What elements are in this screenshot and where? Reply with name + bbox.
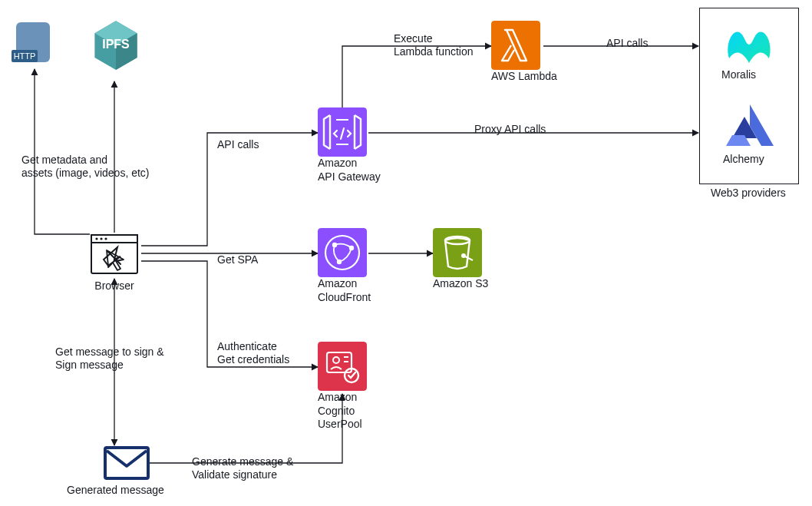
lambda-label: AWS Lambda	[491, 70, 557, 84]
svg-rect-24	[318, 342, 367, 391]
edge-label-api-calls: API calls	[217, 138, 259, 151]
moralis-icon: Moralis	[721, 20, 777, 82]
http-icon: HTTP	[12, 19, 61, 68]
generated-message-icon: Generated message	[90, 445, 164, 498]
edge-label-execute-lambda: Execute Lambda function	[394, 32, 474, 58]
svg-text:HTTP: HTTP	[14, 51, 36, 61]
alchemy-label: Alchemy	[723, 153, 777, 167]
edge-label-generate-validate: Generate message & Validate signature	[192, 455, 293, 481]
svg-rect-30	[105, 448, 148, 478]
ipfs-text: IPFS	[102, 38, 129, 51]
api-gateway-icon: Amazon API Gateway	[318, 107, 381, 184]
lambda-icon: AWS Lambda	[491, 21, 557, 84]
svg-point-9	[100, 237, 102, 240]
edge-label-proxy-api-calls: Proxy API calls	[474, 123, 546, 136]
edge-label-authenticate: Authenticate Get credentials	[217, 340, 289, 366]
browser-icon: Browser	[90, 230, 139, 293]
edge-label-lambda-api-calls: API calls	[606, 37, 648, 50]
cloudfront-icon: Amazon CloudFront	[318, 228, 371, 304]
diagram-canvas: { "nodes": { "http": { "label": "" }, "i…	[0, 0, 812, 506]
svg-rect-7	[91, 235, 137, 243]
s3-label: Amazon S3	[433, 277, 488, 291]
alchemy-icon: Alchemy	[723, 103, 777, 167]
svg-rect-21	[433, 228, 482, 277]
edge-label-metadata: Get metadata and assets (image, videos, …	[21, 154, 150, 180]
generated-message-label: Generated message	[67, 484, 164, 498]
cognito-label: Amazon Cognito UserPool	[318, 391, 367, 432]
web3-providers-label: Web3 providers	[711, 187, 786, 200]
cognito-icon: Amazon Cognito UserPool	[318, 342, 367, 432]
browser-label: Browser	[90, 279, 139, 293]
ipfs-icon: IPFS	[90, 14, 142, 74]
api-gateway-label: Amazon API Gateway	[318, 157, 381, 184]
svg-point-10	[104, 237, 107, 240]
svg-rect-15	[491, 21, 540, 70]
cloudfront-label: Amazon CloudFront	[318, 277, 371, 304]
s3-icon: Amazon S3	[433, 228, 488, 291]
moralis-label: Moralis	[721, 68, 777, 82]
svg-point-8	[95, 237, 97, 240]
edge-label-sign-message: Get message to sign & Sign message	[55, 346, 164, 372]
edge-label-get-spa: Get SPA	[217, 253, 258, 266]
